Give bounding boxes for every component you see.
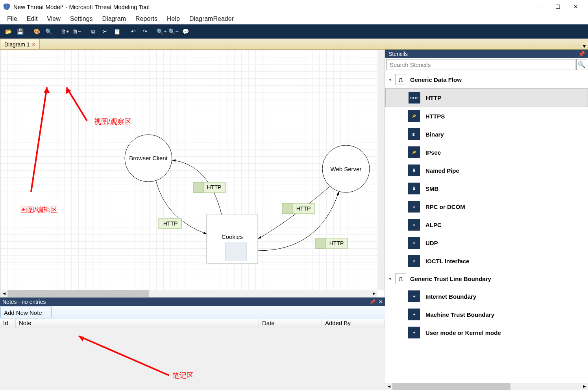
pin-icon[interactable]: 📌: [370, 299, 375, 305]
annotation-arrow: [31, 87, 47, 192]
save-icon[interactable]: 💾: [14, 26, 26, 37]
stencil-item[interactable]: ≣Named Pipe: [385, 161, 588, 179]
stencil-item[interactable]: ✦Internet Boundary: [385, 287, 588, 305]
close-button[interactable]: ✕: [567, 1, 585, 13]
menu-edit[interactable]: Edit: [22, 14, 43, 24]
stencils-horizontal-scrollbar[interactable]: ◂ ▸: [385, 383, 588, 390]
menu-reports[interactable]: Reports: [131, 14, 162, 24]
new-diagram-icon[interactable]: 🗎+: [59, 26, 71, 37]
stencil-item-label: Binary: [425, 131, 444, 138]
open-icon[interactable]: 📂: [2, 26, 14, 37]
tab-dropdown-icon[interactable]: ▾: [581, 43, 588, 49]
redo-icon[interactable]: ↷: [139, 26, 151, 37]
delete-diagram-icon[interactable]: 🗎−: [71, 26, 83, 37]
column-id[interactable]: Id: [0, 319, 16, 328]
stencils-panel-title: Stencils: [388, 51, 408, 57]
copy-icon[interactable]: ⧉: [87, 26, 99, 37]
menu-file[interactable]: File: [2, 14, 22, 24]
node-browser-client-label: Browser Client: [129, 155, 168, 161]
stencil-item[interactable]: HTTPHTTP: [385, 88, 588, 107]
canvas-horizontal-scrollbar[interactable]: ◂ ▸: [0, 290, 377, 297]
stencil-item-icon: ≣: [408, 183, 420, 194]
stencil-item-label: ALPC: [425, 222, 442, 228]
tab-close-icon[interactable]: ×: [32, 41, 35, 48]
notes-icon[interactable]: 💬: [179, 26, 191, 37]
stencil-item-label: User mode or Kernel mode: [425, 329, 501, 336]
diagram-svg: Browser Client Web Server Cookies HTTP H…: [0, 50, 378, 294]
stencil-item[interactable]: ✦User mode or Kernel mode: [385, 323, 588, 342]
stencil-item[interactable]: ◧Binary: [385, 125, 588, 143]
stencil-item[interactable]: ⎍ALPC: [385, 216, 588, 234]
menu-settings[interactable]: Settings: [65, 14, 98, 24]
svg-rect-2: [315, 238, 325, 248]
column-date[interactable]: Date: [259, 319, 322, 328]
notes-grid-body: 笔记区: [0, 328, 385, 390]
stencil-item[interactable]: ⎍RPC or DCOM: [385, 198, 588, 216]
menu-diagramreader[interactable]: DiagramReader: [185, 14, 239, 24]
canvas-vertical-scrollbar[interactable]: [377, 50, 385, 290]
cookies-doc-icon: [226, 243, 247, 260]
menu-diagram[interactable]: Diagram: [98, 14, 131, 24]
diagram-canvas[interactable]: Browser Client Web Server Cookies HTTP H…: [0, 50, 385, 298]
stencil-item[interactable]: ≣SMB: [385, 179, 588, 198]
menu-view[interactable]: View: [42, 14, 65, 24]
stencil-item-icon: ✦: [408, 290, 420, 302]
zoom-in-icon[interactable]: 🔍+: [156, 26, 168, 37]
column-added-by[interactable]: Added By: [322, 319, 385, 328]
pin-icon[interactable]: 📌: [578, 51, 585, 57]
tab-label: Diagram 1: [4, 41, 30, 48]
flow-label: HTTP: [163, 220, 178, 227]
svg-line-5: [79, 336, 169, 375]
add-new-note-button[interactable]: Add New Note: [0, 307, 52, 318]
stencil-item-icon: ◧: [408, 128, 420, 140]
svg-rect-1: [282, 203, 292, 214]
stencil-item-label: HTTPS: [425, 113, 445, 120]
group-icon: ⎍: [395, 74, 406, 85]
stencil-item-icon: HTTP: [409, 92, 420, 104]
analysis-view-icon[interactable]: 🔍: [43, 26, 54, 37]
stencil-tree[interactable]: ▾⎍Generic Data FlowHTTPHTTP🔑HTTPS◧Binary…: [385, 71, 588, 383]
cut-icon[interactable]: ✂: [99, 26, 111, 37]
design-view-icon[interactable]: 🎨: [31, 26, 43, 37]
stencil-item-icon: ⎍: [408, 201, 420, 213]
close-icon[interactable]: ✕: [379, 299, 383, 305]
stencil-item-label: SMB: [425, 185, 438, 192]
stencil-group[interactable]: ▾⎍Generic Trust Line Boundary: [385, 270, 588, 287]
stencil-item[interactable]: ✦Machine Trust Boundary: [385, 305, 588, 323]
app-logo-icon: [3, 3, 10, 10]
stencil-item-label: RPC or DCOM: [425, 203, 465, 210]
maximize-button[interactable]: ☐: [549, 1, 567, 13]
stencils-search-input[interactable]: [386, 59, 575, 70]
tab-diagram-1[interactable]: Diagram 1 ×: [0, 39, 40, 49]
zoom-out-icon[interactable]: 🔍−: [168, 26, 179, 37]
stencil-item-icon: ✦: [408, 327, 420, 338]
flow-label: HTTP: [207, 184, 222, 190]
stencil-item-label: Machine Trust Boundary: [425, 311, 494, 318]
stencil-item[interactable]: 🔑HTTPS: [385, 107, 588, 125]
column-note[interactable]: Note: [16, 319, 259, 328]
stencil-item-icon: 🔑: [408, 146, 420, 158]
flow-label: HTTP: [296, 205, 311, 212]
menubar: File Edit View Settings Diagram Reports …: [0, 13, 588, 24]
stencil-item[interactable]: ⎍IOCTL Interface: [385, 252, 588, 270]
paste-icon[interactable]: 📋: [111, 26, 123, 37]
node-cookies-label: Cookies: [222, 233, 243, 240]
stencil-item-label: UDP: [425, 240, 438, 246]
menu-help[interactable]: Help: [162, 14, 185, 24]
stencil-item[interactable]: 🔑IPsec: [385, 143, 588, 161]
stencil-group[interactable]: ▾⎍Generic Data Flow: [385, 71, 588, 88]
stencils-panel: Stencils 📌 🔍 ▾⎍Generic Data FlowHTTPHTTP…: [385, 50, 588, 390]
annotation-notes-area: 笔记区: [172, 371, 194, 380]
search-icon[interactable]: 🔍: [576, 59, 587, 70]
stencil-item-icon: ⎍: [408, 219, 420, 231]
stencil-item[interactable]: ⎍UDP: [385, 234, 588, 252]
annotation-arrow: [0, 328, 197, 390]
notes-panel-title: Notes - no entries: [2, 299, 46, 305]
undo-icon[interactable]: ↶: [128, 26, 139, 37]
toolbar: 📂💾🎨🔍🗎+🗎−⧉✂📋↶↷🔍+🔍−💬: [0, 24, 588, 39]
notes-grid-header: Id Note Date Added By: [0, 319, 385, 328]
minimize-button[interactable]: ─: [531, 1, 549, 13]
annotation-edit-area: 画图/编辑区: [20, 205, 57, 214]
stencil-item-label: Internet Boundary: [425, 293, 476, 300]
stencil-item-icon: 🔑: [408, 110, 420, 122]
